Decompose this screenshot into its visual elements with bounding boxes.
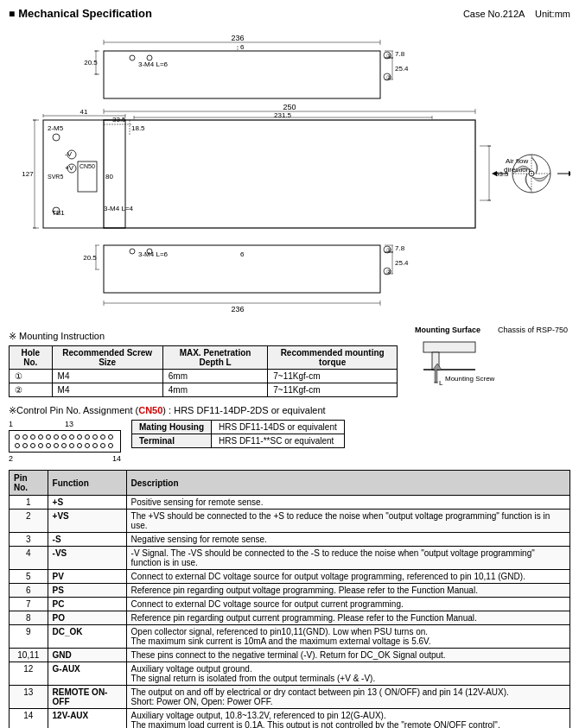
pin-dot — [61, 434, 67, 440]
svg-text:7.8: 7.8 — [395, 50, 405, 58]
svg-text:127: 127 — [22, 170, 34, 178]
svg-rect-0 — [104, 51, 380, 98]
pin-dot — [108, 443, 113, 448]
pin-dot — [15, 443, 20, 448]
pin-dot — [30, 443, 35, 448]
mating-table-row: TerminalHRS DF11-**SC or equivalent — [132, 434, 345, 448]
svg-text:236: 236 — [231, 34, 244, 42]
svg-text:+V: +V — [65, 164, 74, 172]
svg-point-14 — [130, 55, 135, 60]
mounting-table: Hole No. Recommended Screw Size MAX. Pen… — [9, 345, 398, 397]
col-depth: MAX. Penetration Depth L — [162, 346, 268, 370]
mounting-right: Mounting Surface Chassis of RSP-750 Moun… — [415, 326, 570, 398]
col-pin-no: Pin No. — [10, 471, 48, 496]
svg-rect-106 — [423, 342, 475, 352]
svg-text:80: 80 — [105, 173, 113, 180]
table-row: 13REMOTE ON-OFFThe output on and off by … — [10, 686, 570, 709]
pin-dot — [15, 434, 20, 440]
col-description: Description — [126, 471, 569, 496]
pin-dot — [69, 443, 74, 448]
svg-text:①: ① — [386, 53, 391, 59]
table-row: 12G-AUXAuxiliary voltage output ground. … — [10, 662, 570, 686]
pin-dot — [69, 434, 74, 440]
svg-text:25.4: 25.4 — [395, 259, 409, 267]
pin-dot — [61, 443, 67, 448]
title-text: Mechanical Specification — [18, 7, 152, 20]
svg-text:L: L — [439, 379, 443, 387]
pin-dot — [85, 434, 90, 440]
col-function: Function — [48, 471, 126, 496]
svg-text:TB1: TB1 — [52, 209, 65, 217]
pin-dot — [77, 443, 82, 448]
table-row: 4-VS-V Signal. The -VS should be connect… — [10, 547, 570, 570]
pin-dot — [92, 443, 98, 448]
mounting-instruction-header: ※ Mounting Instruction — [9, 331, 398, 342]
pin-dot — [92, 434, 98, 440]
case-info: Case No.212A Unit:mm — [463, 9, 570, 19]
pin-dot — [54, 434, 59, 440]
col-screw: Recommended Screw Size — [52, 346, 162, 370]
pin-dot — [85, 443, 90, 448]
svg-text:231.5: 231.5 — [274, 111, 292, 119]
svg-text:6: 6 — [240, 43, 245, 51]
pin-dot — [108, 434, 113, 440]
table-row: 2+VSThe +VS should be connected to the +… — [10, 510, 570, 533]
pin-dot — [38, 443, 43, 448]
drawing-area: 236 6 20.5 3-M4 L=6 7.8 25.4 — [9, 25, 570, 319]
table-row: 1412V-AUXAuxiliary voltage output, 10.8~… — [10, 709, 570, 729]
page-title: Mechanical Specification — [9, 7, 152, 20]
pin-dot — [30, 434, 35, 440]
col-torque: Recommended mounting torque — [268, 346, 398, 370]
table-row: 3-SNegative sensing for remote sense. — [10, 533, 570, 547]
col-hole: Hole No. — [10, 346, 53, 370]
mating-table: Mating HousingHRS DF11-14DS or equivalen… — [131, 420, 345, 448]
pin-dot — [22, 443, 28, 448]
pin-dot — [100, 434, 105, 440]
table-row: 1+SPositive sensing for remote sense. — [10, 496, 570, 510]
svg-marker-80 — [492, 171, 497, 176]
svg-text:②: ② — [386, 269, 391, 275]
svg-text:33.5: 33.5 — [112, 116, 126, 123]
mounting-area: ※ Mounting Instruction Hole No. Recommen… — [9, 326, 570, 398]
svg-point-36 — [53, 134, 60, 141]
pin-dot — [46, 434, 51, 440]
svg-text:20.5: 20.5 — [83, 254, 97, 262]
case-number: Case No.212A — [463, 9, 525, 19]
unit-label: Unit:mm — [535, 9, 570, 19]
svg-text:3-M4 L=6: 3-M4 L=6 — [138, 60, 169, 68]
table-row: 7PCConnect to external DC voltage source… — [10, 598, 570, 611]
svg-text:20.5: 20.5 — [84, 59, 98, 66]
page-header: Mechanical Specification Case No.212A Un… — [9, 7, 570, 20]
pin-function-table: Pin No. Function Description 1+SPositive… — [9, 470, 570, 728]
cn50-connector — [9, 430, 121, 453]
mounting-table-row: ①M46mm7~11Kgf-cm — [10, 370, 398, 383]
mounting-surface-diagram: Mounting Screw L — [415, 338, 562, 398]
svg-text:3-M4 L=4: 3-M4 L=4 — [104, 205, 134, 212]
mating-table-row: Mating HousingHRS DF11-14DS or equivalen… — [132, 421, 345, 434]
svg-text:Mounting Screw: Mounting Screw — [445, 375, 495, 383]
pin-dot — [38, 434, 43, 440]
mounting-surface-label: Mounting Surface — [415, 326, 480, 334]
table-row: 8POReference pin regarding output curren… — [10, 611, 570, 625]
cn50-diagram: 1 13 2 14 Mating HousingHRS DF11-14DS or… — [9, 420, 570, 463]
mounting-left: ※ Mounting Instruction Hole No. Recommen… — [9, 326, 398, 398]
svg-text:236: 236 — [231, 305, 244, 313]
control-pin-section: ※Control Pin No. Assignment (CN50) : HRS… — [9, 405, 570, 463]
drawing-svg-container: 236 6 20.5 3-M4 L=6 7.8 25.4 — [9, 25, 570, 319]
svg-text:250: 250 — [283, 103, 296, 111]
svg-text:②: ② — [386, 74, 391, 80]
svg-text:3-M4 L=6: 3-M4 L=6 — [138, 250, 169, 258]
svg-text:6: 6 — [240, 250, 245, 258]
svg-text:CN50: CN50 — [80, 163, 95, 169]
svg-text:2-M5: 2-M5 — [48, 124, 64, 132]
pin-dot — [46, 443, 51, 448]
svg-marker-78 — [569, 171, 570, 176]
pin-dot — [100, 443, 105, 448]
svg-text:18.5: 18.5 — [131, 124, 145, 132]
svg-rect-51 — [104, 120, 475, 228]
chassis-label: Chassis of RSP-750 — [498, 326, 568, 334]
svg-point-92 — [130, 249, 135, 254]
mounting-table-row: ②M44mm7~11Kgf-cm — [10, 383, 398, 397]
table-row: 6PSReference pin regarding output voltag… — [10, 584, 570, 598]
svg-text:25.4: 25.4 — [395, 65, 409, 73]
